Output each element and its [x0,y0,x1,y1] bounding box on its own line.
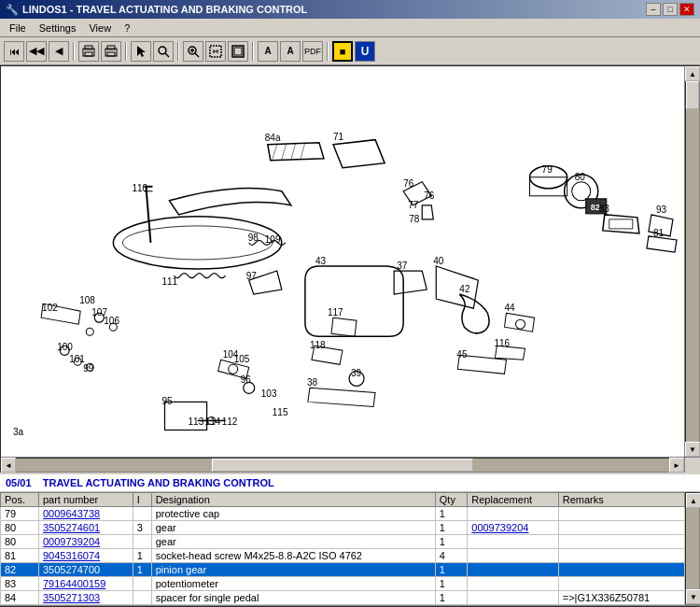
svg-text:115: 115 [273,407,288,417]
menu-view[interactable]: View [83,21,117,35]
scroll-thumb[interactable] [686,81,699,109]
title-bar: 🔧 LINDOS1 - TRAVEL ACTUATING AND BRAKING… [0,0,700,19]
cell-indicator [133,577,151,591]
cell-pos: 79 [1,507,39,521]
table-scroll-area: Pos. part number I Designation Qty Repla… [0,492,700,605]
select-button[interactable] [131,41,151,62]
table-row[interactable]: 8379164400159potentiometer1 [1,577,685,591]
cell-part-number[interactable]: 79164400159 [38,577,133,591]
svg-text:110: 110 [132,183,147,193]
nav-prev-button[interactable]: ◀ [49,41,69,62]
svg-text:93: 93 [656,205,667,215]
svg-text:80: 80 [575,172,586,182]
zoom-in-button[interactable] [183,41,203,62]
svg-text:100: 100 [57,342,73,352]
cell-part-number[interactable]: 9045316074 [38,549,133,563]
cell-qty: 1 [435,591,467,605]
cell-replacement [468,535,558,549]
table-row[interactable]: 8235052747001pinion gear1 [1,563,685,577]
scroll-left-button[interactable]: ◄ [1,458,16,473]
table-row[interactable]: 843505271303spacer for single pedal1=>|G… [1,591,685,605]
search-text-button[interactable]: A [258,41,278,62]
diagram-vertical-scrollbar[interactable]: ▲ ▼ [685,65,700,458]
nav-prev-all-button[interactable]: ◀◀ [26,41,47,62]
cell-part-number[interactable]: 0009643738 [38,507,133,521]
cell-indicator: 3 [133,521,151,535]
cell-designation: gear [151,535,435,549]
close-button[interactable]: ✕ [679,3,694,16]
table-vertical-scrollbar[interactable]: ▲ ▼ [685,492,700,605]
cell-replacement[interactable]: 0009739204 [468,521,558,535]
svg-text:81: 81 [653,228,665,238]
cell-indicator [133,591,151,605]
svg-text:84a: 84a [265,133,281,143]
cell-qty: 1 [435,507,467,521]
cell-replacement [468,507,558,521]
cell-part-number[interactable]: 3505274601 [38,521,133,535]
maximize-button[interactable]: □ [663,3,678,16]
diagram-horizontal-scrollbar[interactable]: ◄ ► [0,458,685,473]
svg-text:77: 77 [408,200,419,210]
zoom-rect-button[interactable] [205,41,226,62]
print1-button[interactable] [78,41,99,62]
svg-text:83: 83 [599,204,610,214]
menu-help[interactable]: ? [119,21,135,35]
svg-line-9 [195,53,199,57]
menu-file[interactable]: File [4,21,32,35]
table-scroll-down-button[interactable]: ▼ [686,589,700,604]
scroll-track[interactable] [686,81,699,442]
diagram-area[interactable]: .part-num { font-family: Arial, sans-ser… [0,65,685,458]
col-part-number: part number [38,493,133,507]
table-scroll-track[interactable] [686,508,699,589]
yellow-tool-button[interactable]: ■ [332,41,353,62]
svg-text:76: 76 [403,178,414,189]
scroll-h-thumb[interactable] [212,459,473,472]
scroll-down-button[interactable]: ▼ [685,442,700,457]
cell-part-number[interactable]: 0009739204 [38,535,133,549]
table-row[interactable]: 8190453160741socket-head screw M4x25-8.8… [1,549,685,563]
table-row[interactable]: 800009739204gear1 [1,535,685,549]
zoom-all-button[interactable] [228,41,248,62]
cell-remarks [558,535,684,549]
nav-start-button[interactable]: ⏮ [4,41,24,62]
cell-remarks [558,549,684,563]
scroll-h-track[interactable] [16,459,669,472]
table-scroll-up-button[interactable]: ▲ [686,493,700,508]
cell-part-number[interactable]: 3505271303 [38,591,133,605]
col-pos: Pos. [1,493,39,507]
menu-settings[interactable]: Settings [34,21,82,35]
cell-pos: 82 [1,563,39,577]
search-button[interactable] [153,41,174,62]
minimize-button[interactable]: – [646,3,661,16]
cell-pos: 81 [1,549,39,563]
cell-remarks [558,577,684,591]
scroll-right-button[interactable]: ► [669,458,684,473]
cell-remarks: =>|G1X336Z50781 [558,591,684,605]
svg-text:71: 71 [333,132,344,142]
cell-pos: 80 [1,535,39,549]
svg-text:78: 78 [409,214,420,224]
cell-designation: protective cap [151,507,435,521]
svg-text:95: 95 [161,396,173,406]
toolbar-separator-1 [73,42,75,61]
blue-tool-button[interactable]: U [355,41,375,62]
table-row[interactable]: 8035052746013gear10009739204 [1,521,685,535]
svg-text:98: 98 [248,233,259,243]
app-icon: 🔧 [6,4,19,16]
cell-replacement [468,591,558,605]
scroll-up-button[interactable]: ▲ [685,66,700,81]
toolbar-separator-3 [177,42,179,61]
cell-part-number[interactable]: 3505274700 [38,563,133,577]
svg-text:108: 108 [79,295,95,305]
print-pdf-button[interactable]: PDF [302,41,323,62]
svg-text:79: 79 [542,164,553,175]
table-row[interactable]: 790009643738protective cap1 [1,507,685,521]
toolbar-separator-2 [125,42,127,61]
svg-text:97: 97 [246,271,258,281]
svg-text:40: 40 [433,256,444,266]
svg-rect-18 [1,69,684,453]
print2-button[interactable] [101,41,121,62]
search-num-button[interactable]: A [280,41,301,62]
svg-text:3a: 3a [13,427,24,437]
svg-text:106: 106 [104,316,119,326]
